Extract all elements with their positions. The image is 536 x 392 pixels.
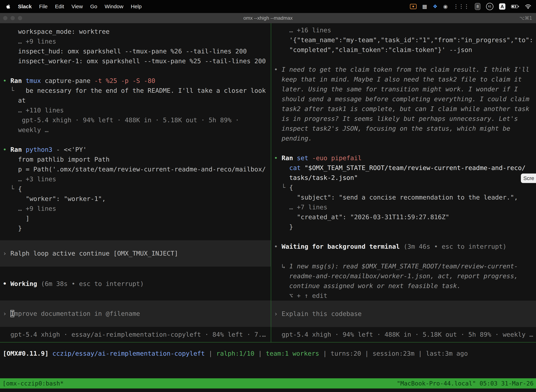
terminal-text: › (274, 310, 282, 317)
terminal-text: } (274, 223, 293, 230)
apple-menu-icon[interactable] (6, 4, 10, 9)
key-app-icon[interactable]: 8 (475, 3, 480, 10)
terminal-text: ↳ (274, 263, 289, 270)
terminal-text: gpt-5.4 xhigh · 94% left · 488K in · 5.1… (274, 331, 533, 338)
terminal-text: … +3 lines (18, 175, 56, 183)
menu-item-go[interactable]: Go (90, 4, 97, 9)
terminal-text: be necessary for the end of the README. … (26, 87, 266, 94)
terminal-text: python3 (26, 146, 53, 153)
terminal-text: I need to get the claim token from the c… (282, 66, 529, 73)
terminal-text: } (3, 225, 22, 232)
grid-window-icon[interactable]: ▦ (422, 0, 427, 13)
terminal-line: pending. (271, 134, 536, 143)
terminal-text: 1 new msg(s): read $OMX_TEAM_STATE_ROOT/… (289, 263, 518, 270)
terminal-text: capture-pane (41, 77, 94, 84)
terminal-pane-left[interactable]: workspace_mode: worktree … +9 lines insp… (0, 23, 271, 342)
terminal-line: … +3 lines (0, 174, 271, 184)
terminal-text: • (3, 146, 10, 153)
terminal-line: task2 after task1 is complete, but can I… (271, 104, 536, 114)
wifi-icon[interactable] (525, 4, 531, 9)
terminal-text: "created_at": "2026-03-31T11:59:27.816Z" (274, 213, 449, 221)
terminal-text: tasks/task-2.json" (274, 174, 358, 181)
terminal-text: • (274, 154, 282, 162)
terminal-text (308, 154, 312, 162)
terminal-blank-line (271, 252, 536, 261)
menu-item-window[interactable]: Window (105, 4, 124, 9)
terminal-line: "worker": "worker-1", (0, 194, 271, 204)
terminal-text: mprove documentation in @filename (14, 310, 140, 317)
omx-status-line: [OMX#0.11.9] cczip/essay/ai-reimplementa… (3, 349, 536, 359)
terminal-line: • Waiting for background terminal (3m 46… (271, 242, 536, 252)
terminal-text: "worker": "worker-1", (3, 195, 106, 202)
terminal-text: tmux (26, 77, 41, 84)
terminal-text (274, 164, 289, 171)
terminal-text: p = Path('.omx/state/team/review-current… (3, 166, 266, 173)
dots-grid-icon[interactable]: ⋮⋮⋮ (453, 0, 469, 13)
terminal-line: '{"team_name":"my-team","task_id":"1","f… (271, 35, 536, 45)
terminal-line: } (271, 222, 536, 232)
terminal-text: "$OMX_TEAM_STATE_ROOT/team/review-curren… (301, 164, 526, 171)
status-segment: last:3m ago (426, 350, 468, 357)
status-segment: team:1 workers (266, 350, 319, 357)
input-source-icon[interactable]: A (499, 3, 505, 10)
terminal-text: -euo pipefail (312, 154, 362, 162)
gauge-icon[interactable]: 61 (486, 3, 493, 10)
terminal-line: • Working (6m 38s • esc to interrupt) (0, 279, 271, 289)
screenshot-thumbnail[interactable]: Scre (521, 173, 536, 183)
menu-item-help[interactable]: Help (131, 4, 142, 9)
status-segment: | (415, 350, 426, 357)
terminal-line: › Explain this codebase (271, 309, 536, 319)
terminal-text: continue assigned work or next feasible … (274, 282, 461, 289)
terminal-line: ↳ 1 new msg(s): read $OMX_TEAM_STATE_ROO… (271, 261, 536, 271)
terminal-text (3, 205, 18, 212)
terminal-line: … +110 lines (0, 105, 271, 115)
menu-items: FileEditViewGoWindowHelp (39, 4, 142, 9)
terminal-text: Ran (10, 77, 26, 84)
terminal-line: should send a message before completing … (271, 94, 536, 104)
terminal-text: └ (3, 185, 18, 192)
terminal-text: › (3, 250, 10, 257)
terminal-text: workspace_mode: worktree (3, 28, 110, 35)
screen-recording-icon[interactable] (410, 4, 416, 9)
terminal-text: Explain this codebase (282, 310, 362, 317)
terminal-text: (6m 38s • esc to interrupt) (41, 280, 144, 287)
status-segment: cczip/essay/ai-reimplementation-copyleft (48, 350, 205, 357)
composer-input[interactable]: › Improve documentation in @filename (0, 300, 271, 327)
terminal-text: inspect task2's JSON, focusing on the st… (274, 125, 510, 132)
ralph-loop-banner[interactable]: › Ralph loop active continue [OMX_TMUX_I… (0, 240, 271, 267)
status-segment: [OMX#0.11.9] (3, 350, 48, 357)
terminal-text: is in progress? It seems likely but perh… (274, 115, 518, 122)
terminal-text: "subject": "send a concise recommendatio… (274, 194, 518, 201)
menu-app-name[interactable]: Slack (18, 4, 32, 9)
terminal-line: continue assigned work or next feasible … (271, 281, 536, 291)
terminal-text: { (18, 185, 22, 192)
terminal-text: Ran (10, 146, 26, 153)
menu-status-icons: ▦❖◉⋮⋮⋮861A (410, 0, 536, 13)
composer-input[interactable]: › Explain this codebase (271, 301, 536, 327)
blue-app-icon[interactable]: ❖ (433, 0, 438, 13)
terminal: workspace_mode: worktree … +9 lines insp… (0, 23, 536, 392)
terminal-line: } (0, 223, 271, 233)
terminal-line: "completed","claim_token":"claim-token"}… (271, 45, 536, 55)
terminal-text: └ (3, 87, 26, 94)
dark-circle-app-icon[interactable]: ◉ (443, 0, 448, 13)
terminal-text: task2 after task1 is complete, but can I… (274, 105, 529, 112)
window-title-bar[interactable]: omx --xhigh --madmax ⌥⌘1 (0, 13, 536, 23)
terminal-text: • (274, 66, 282, 73)
menu-item-file[interactable]: File (39, 4, 48, 9)
terminal-line: gpt-5.4 xhigh · 94% left · 488K in · 5.1… (271, 330, 536, 340)
menu-item-view[interactable]: View (72, 4, 83, 9)
battery-icon[interactable] (511, 5, 519, 9)
terminal-text: • (3, 77, 10, 84)
terminal-text: - <<'PY' (53, 146, 87, 153)
terminal-line: inspect_hud: omx sparkshell --tmux-pane … (0, 46, 271, 56)
terminal-text: ⌥ + ↑ edit (274, 292, 327, 299)
terminal-line: gpt-5.4 xhigh · 94% left · 488K in · 5.1… (0, 115, 271, 125)
terminal-line: ⌥ + ↑ edit (271, 291, 536, 301)
menu-item-edit[interactable]: Edit (55, 4, 64, 9)
terminal-pane-right[interactable]: … +16 lines '{"team_name":"my-team","tas… (271, 23, 536, 342)
terminal-line: is in progress? It seems likely but perh… (271, 114, 536, 124)
terminal-text: later. Using the same for transition mig… (274, 85, 518, 93)
terminal-line: p = Path('.omx/state/team/review-current… (0, 164, 271, 174)
terminal-line: └ { (271, 183, 536, 192)
